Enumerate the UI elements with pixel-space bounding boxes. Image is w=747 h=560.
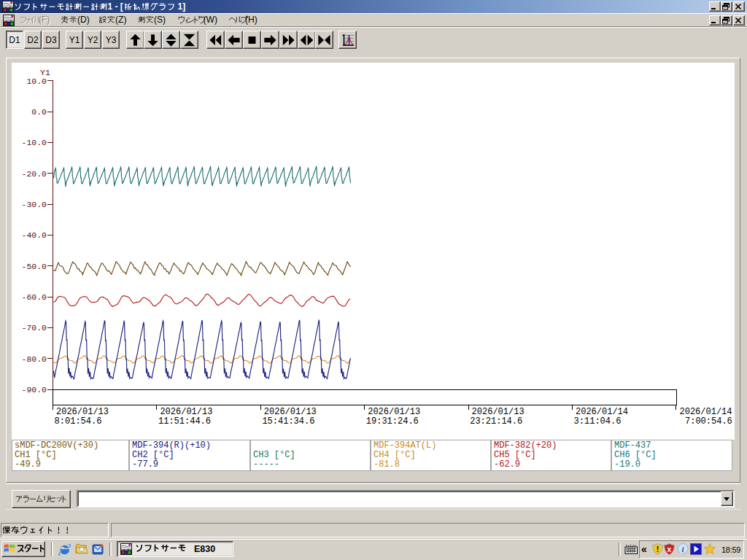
svg-text:2026/01/13: 2026/01/13 [472,407,525,417]
svg-text:3:11:04.6: 3:11:04.6 [574,416,622,427]
svg-text:1]: 1] [175,2,185,12]
svg-text:2026/01/13: 2026/01/13 [264,407,317,417]
svg-text:7:00:54.6: 7:00:54.6 [685,416,732,427]
svg-text:23:21:14.6: 23:21:14.6 [470,416,522,427]
svg-text:!: ! [657,545,659,553]
svg-text:(D): (D) [77,15,90,25]
svg-text:11:51:44.6: 11:51:44.6 [158,416,211,427]
svg-text:-50.0: -50.0 [21,262,47,271]
svg-text:(S): (S) [154,15,166,25]
svg-text:1 - [: 1 - [ [108,2,123,12]
svg-text:-60.0: -60.0 [21,292,47,302]
svg-text:10.0: 10.0 [26,77,47,86]
svg-text:-30.0: -30.0 [21,200,47,209]
svg-text:Y1: Y1 [40,68,50,77]
svg-text:-70.0: -70.0 [21,323,47,332]
svg-text:-10.0: -10.0 [21,138,47,147]
svg-text:2026/01/14: 2026/01/14 [680,407,732,417]
svg-text:(H): (H) [245,15,258,25]
svg-text:2026/01/14: 2026/01/14 [576,407,628,417]
svg-text:-90.0: -90.0 [21,385,47,394]
svg-text:2026/01/13: 2026/01/13 [160,407,212,417]
svg-text:E830: E830 [194,544,215,554]
svg-text:8:01:54.6: 8:01:54.6 [55,416,102,427]
svg-text:15:41:34.6: 15:41:34.6 [262,416,314,427]
svg-text:-20.0: -20.0 [21,169,47,179]
svg-text:(W): (W) [204,15,217,25]
svg-text:19:31:24.6: 19:31:24.6 [366,416,419,427]
svg-text:(Z): (Z) [115,15,126,25]
svg-text:-40.0: -40.0 [21,230,47,240]
svg-text:(F): (F) [39,15,50,25]
svg-text:-80.0: -80.0 [21,354,47,364]
svg-text:2026/01/13: 2026/01/13 [368,407,420,417]
svg-text:2026/01/13: 2026/01/13 [56,407,109,417]
svg-text:0.0: 0.0 [31,107,47,117]
svg-text:x: x [667,545,672,553]
